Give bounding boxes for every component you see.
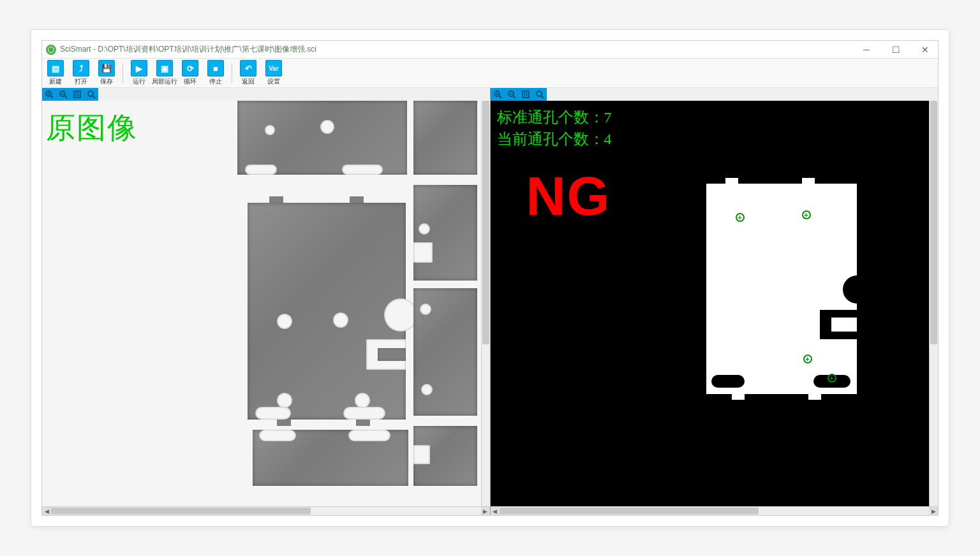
toolbar-settings[interactable]: Var 设置 [263, 60, 285, 86]
content-area: 原图像 ◀ ▶ [42, 88, 938, 515]
left-scrollbar-horizontal[interactable]: ◀ ▶ [42, 506, 490, 515]
machined-part [413, 101, 477, 175]
close-button[interactable]: ✕ [916, 45, 934, 55]
right-panel-header [491, 88, 939, 101]
toolbar-separator [232, 64, 232, 83]
svg-line-1 [50, 96, 53, 98]
machined-part [413, 185, 477, 281]
toolbar-label: 设置 [267, 77, 280, 86]
toolbar-label: 局部运行 [152, 77, 177, 86]
result-status: NG [526, 165, 611, 228]
current-holes-value: 4 [604, 131, 612, 147]
zoom-fit-button[interactable] [519, 88, 533, 101]
svg-rect-18 [523, 91, 529, 98]
svg-line-10 [93, 96, 95, 98]
left-scrollbar-vertical[interactable] [481, 101, 490, 506]
open-file-icon: ⤴ [73, 60, 89, 77]
stop-icon: ■ [207, 60, 224, 77]
svg-line-21 [541, 96, 544, 98]
left-panel: 原图像 ◀ ▶ [42, 88, 491, 515]
app-icon [46, 45, 56, 55]
toolbar-new[interactable]: ▤ 新建 [45, 60, 66, 86]
left-panel-header [42, 88, 490, 101]
standard-holes-label: 标准通孔个数： [497, 109, 604, 126]
back-icon: ↶ [240, 60, 256, 77]
toolbar-label: 保存 [100, 77, 113, 86]
svg-point-20 [537, 91, 542, 96]
zoom-out-button[interactable] [56, 88, 70, 101]
toolbar-label: 新建 [49, 77, 62, 86]
machined-part [413, 426, 477, 486]
toolbar-label: 循环 [184, 77, 197, 86]
left-canvas-wrap[interactable]: 原图像 [42, 101, 490, 506]
machined-part [253, 430, 408, 486]
left-zoom-bar [42, 88, 98, 101]
machined-part [413, 288, 477, 416]
svg-point-19 [524, 93, 527, 96]
zoom-reset-button[interactable] [533, 88, 547, 101]
var-icon: Var [265, 60, 282, 77]
machined-part-main [248, 203, 406, 420]
right-panel: 标准通孔个数：7 当前通孔个数：4 NG [491, 88, 939, 515]
toolbar-separator [122, 64, 123, 83]
app-window: SciSmart - D:\OPT\培训资料\OPT培训\培训计划\推广\第七课… [41, 40, 939, 516]
zoom-out-button[interactable] [505, 88, 519, 101]
toolbar-loop[interactable]: ⟳ 循环 [179, 60, 201, 86]
svg-line-12 [499, 96, 501, 98]
current-holes-text: 当前通孔个数：4 [497, 129, 612, 149]
original-image-label: 原图像 [46, 108, 138, 148]
svg-rect-7 [74, 91, 80, 98]
new-file-icon: ▤ [47, 60, 64, 77]
toolbar-open[interactable]: ⤴ 打开 [70, 60, 92, 86]
play-icon: ▶ [131, 60, 147, 77]
hole-marker [803, 355, 812, 363]
toolbar-label: 运行 [133, 77, 145, 86]
right-canvas-wrap[interactable]: 标准通孔个数：7 当前通孔个数：4 NG [491, 101, 939, 506]
machined-part [237, 101, 407, 175]
toolbar-back[interactable]: ↶ 返回 [237, 60, 259, 86]
window-title: SciSmart - D:\OPT\培训资料\OPT培训\培训计划\推广\第七课… [60, 44, 316, 55]
svg-line-5 [64, 96, 67, 98]
toolbar-label: 返回 [242, 77, 255, 86]
original-image-canvas: 原图像 [42, 101, 490, 506]
hole-marker [828, 374, 836, 383]
toolbar-label: 停止 [209, 77, 222, 86]
svg-point-9 [88, 91, 93, 96]
current-holes-label: 当前通孔个数： [497, 131, 604, 147]
outer-frame: SciSmart - D:\OPT\培训资料\OPT培训\培训计划\推广\第七课… [31, 29, 949, 527]
zoom-in-button[interactable] [491, 88, 505, 101]
step-run-icon: ▣ [156, 60, 173, 77]
title-bar: SciSmart - D:\OPT\培训资料\OPT培训\培训计划\推广\第七课… [42, 41, 938, 59]
toolbar-run[interactable]: ▶ 运行 [128, 60, 150, 86]
standard-holes-value: 7 [604, 109, 612, 126]
right-zoom-bar [491, 88, 547, 101]
zoom-reset-button[interactable] [84, 88, 98, 101]
right-scrollbar-horizontal[interactable]: ◀ ▶ [491, 506, 939, 515]
zoom-in-button[interactable] [42, 88, 56, 101]
svg-point-8 [76, 93, 79, 96]
svg-line-16 [513, 96, 516, 98]
window-controls: ─ ☐ ✕ [858, 45, 934, 55]
toolbar-stop[interactable]: ■ 停止 [205, 60, 226, 86]
standard-holes-text: 标准通孔个数：7 [497, 107, 612, 128]
toolbar-step-run[interactable]: ▣ 局部运行 [154, 60, 175, 86]
main-toolbar: ▤ 新建 ⤴ 打开 💾 保存 ▶ 运行 ▣ 局部运行 ⟳ 循环 ■ 停止 [42, 59, 938, 88]
save-icon: 💾 [98, 60, 115, 77]
processed-image-canvas: 标准通孔个数：7 当前通孔个数：4 NG [491, 101, 939, 506]
binary-blob [706, 184, 857, 394]
loop-icon: ⟳ [182, 60, 198, 77]
minimize-button[interactable]: ─ [858, 45, 875, 55]
hole-marker [736, 213, 745, 222]
maximize-button[interactable]: ☐ [887, 45, 905, 55]
toolbar-save[interactable]: 💾 保存 [96, 60, 117, 86]
right-scrollbar-vertical[interactable] [929, 101, 938, 506]
hole-marker [802, 210, 811, 219]
zoom-fit-button[interactable] [70, 88, 84, 101]
toolbar-label: 打开 [75, 77, 87, 86]
